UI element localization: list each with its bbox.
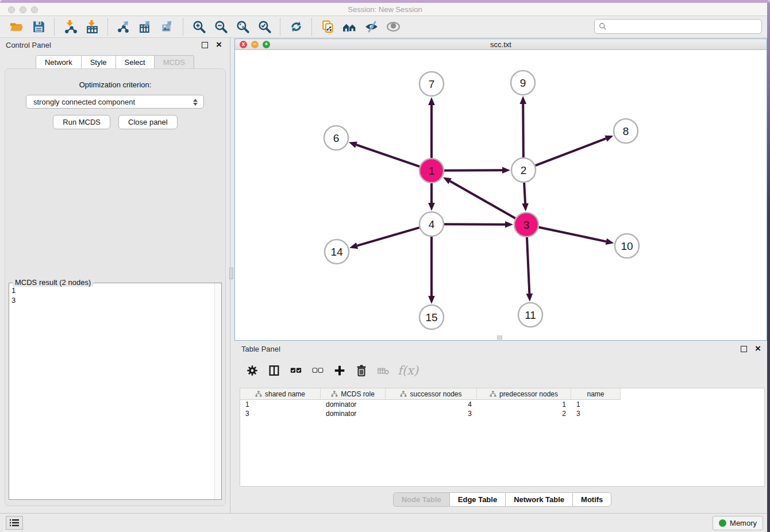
edge-arrowhead — [349, 142, 357, 148]
delete-table-button[interactable] — [376, 363, 391, 378]
deselect-all-button[interactable] — [310, 363, 325, 378]
function-builder-button[interactable]: f(x) — [398, 364, 418, 377]
gear-icon — [246, 364, 259, 377]
toggle-panel-button[interactable] — [267, 363, 282, 378]
select-stepper-icon — [192, 97, 199, 107]
float-table-panel-icon[interactable] — [741, 346, 747, 352]
table-cell[interactable]: dominator — [321, 409, 386, 418]
zoom-out-button[interactable] — [211, 18, 230, 36]
table-cell[interactable]: 3 — [386, 409, 477, 418]
column-settings-button[interactable] — [245, 363, 260, 378]
column-header-name[interactable]: name — [571, 388, 621, 400]
mcds-panel: Optimization criterion: strongly connect… — [5, 68, 226, 506]
float-panel-icon[interactable] — [202, 42, 208, 48]
task-history-button[interactable] — [6, 516, 23, 530]
table-row[interactable]: 3dominator323 — [240, 409, 764, 418]
mcds-result-box: MCDS result (2 nodes) 1 3 — [9, 283, 222, 500]
open-session-button[interactable] — [7, 18, 26, 36]
tab-network-table[interactable]: Network Table — [506, 492, 573, 507]
title-bar: Session: New Session — [0, 3, 770, 16]
export-image-icon — [160, 20, 175, 34]
column-header-successor-nodes[interactable]: successor nodes — [386, 388, 477, 400]
tab-node-table[interactable]: Node Table — [393, 492, 450, 507]
save-session-button[interactable] — [29, 18, 48, 36]
table-cell[interactable]: 4 — [386, 400, 477, 409]
tab-network[interactable]: Network — [36, 55, 82, 70]
table-cell[interactable]: 3 — [571, 409, 621, 418]
export-table-icon — [138, 20, 153, 34]
tab-style[interactable]: Style — [82, 55, 116, 70]
search-icon — [599, 22, 607, 30]
tab-mcds[interactable]: MCDS — [155, 55, 194, 70]
edge-arrowhead — [526, 294, 533, 302]
import-network-button[interactable] — [61, 18, 79, 36]
refresh-icon — [289, 20, 303, 34]
edge-arrowhead — [505, 221, 513, 228]
hide-graphics-details-button[interactable] — [362, 18, 380, 36]
splitter-grip[interactable] — [229, 268, 233, 279]
graph-edge[interactable] — [523, 104, 523, 157]
graph-edge[interactable] — [539, 228, 606, 242]
column-header-MCDS-role[interactable]: MCDS role — [321, 388, 386, 400]
graph-edge[interactable] — [444, 224, 505, 225]
apply-layout-button[interactable] — [287, 18, 305, 36]
criterion-select[interactable]: strongly connected component — [26, 95, 204, 109]
table-header-row[interactable]: shared nameMCDS rolesuccessor nodesprede… — [240, 388, 764, 400]
column-header-label: successor nodes — [410, 390, 461, 398]
close-panel-icon[interactable]: × — [216, 39, 222, 51]
network-window-titlebar[interactable]: x – + scc.txt — [235, 39, 767, 50]
tab-select[interactable]: Select — [116, 55, 155, 70]
graph-edge[interactable] — [450, 181, 515, 218]
graph-edge[interactable] — [357, 228, 419, 246]
table-cell[interactable]: 1 — [571, 400, 621, 409]
search-input[interactable] — [607, 22, 761, 31]
table-body[interactable]: 1dominator4113dominator323 — [240, 400, 764, 418]
result-scrollbar[interactable] — [214, 283, 221, 499]
zoom-selected-button[interactable] — [255, 18, 274, 36]
fit-content-button[interactable] — [233, 18, 252, 36]
graph-edge[interactable] — [524, 183, 525, 203]
add-column-button[interactable] — [332, 363, 347, 378]
tab-edge-table[interactable]: Edge Table — [450, 492, 506, 507]
import-table-button[interactable] — [83, 18, 101, 36]
tab-motifs[interactable]: Motifs — [573, 492, 611, 507]
table-cell[interactable]: 3 — [240, 409, 321, 418]
column-header-shared-name[interactable]: shared name — [240, 388, 321, 400]
column-header-predecessor-nodes[interactable]: predecessor nodes — [477, 388, 571, 400]
table-row[interactable]: 1dominator411 — [240, 400, 764, 409]
canvas-grip[interactable] — [497, 336, 502, 340]
node-label: 2 — [521, 164, 527, 176]
export-network-icon — [117, 20, 131, 34]
export-image-button[interactable] — [158, 18, 176, 36]
graph-edge[interactable] — [356, 145, 419, 167]
export-network-button[interactable] — [114, 18, 133, 36]
import-network-icon — [63, 20, 78, 34]
close-panel-button[interactable]: Close panel — [118, 115, 178, 129]
clone-network-button[interactable] — [318, 18, 337, 36]
control-panel: Control Panel × Network Style Select MCD… — [0, 38, 230, 513]
export-table-button[interactable] — [136, 18, 155, 36]
table-cell[interactable]: 1 — [240, 400, 321, 409]
run-mcds-button[interactable]: Run MCDS — [53, 115, 110, 129]
delete-column-button[interactable] — [354, 363, 369, 378]
node-label: 9 — [520, 77, 526, 89]
select-all-button[interactable] — [288, 363, 303, 378]
control-panel-header: Control Panel × — [0, 38, 230, 53]
network-canvas[interactable]: 7968124314101511 — [235, 50, 767, 340]
graph-edge[interactable] — [444, 170, 502, 171]
table-cell[interactable]: dominator — [321, 400, 386, 409]
table-cell[interactable]: 1 — [477, 400, 571, 409]
tree-icon — [255, 391, 262, 398]
node-table[interactable]: shared nameMCDS rolesuccessor nodesprede… — [240, 388, 765, 487]
show-all-networks-button[interactable] — [340, 18, 359, 36]
graph-edge[interactable] — [536, 138, 606, 165]
graph-edge[interactable] — [527, 237, 529, 294]
zoom-in-button[interactable] — [190, 18, 208, 36]
search-box[interactable] — [594, 19, 762, 34]
open-folder-icon — [10, 20, 24, 34]
birds-eye-view-button[interactable] — [384, 18, 402, 36]
column-header-label: predecessor nodes — [499, 390, 558, 398]
memory-button[interactable]: Memory — [713, 516, 763, 530]
table-cell[interactable]: 2 — [477, 409, 571, 418]
close-table-panel-icon[interactable]: × — [755, 343, 761, 354]
